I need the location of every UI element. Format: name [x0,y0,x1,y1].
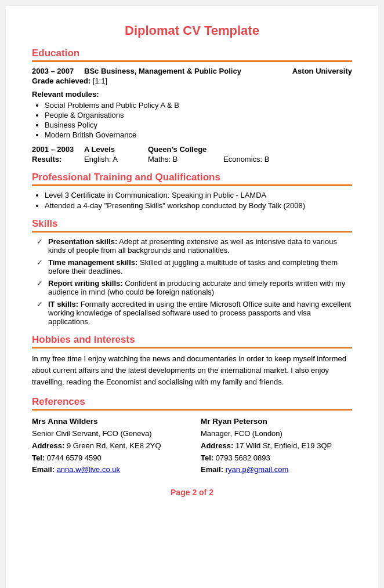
references-container: Mrs Anna Wilders Senior Civil Servant, F… [32,415,352,476]
ref1-address: Address: 9 Green Rd, Kent, KE8 2YQ [32,440,183,452]
skills-divider [32,231,352,233]
ref1-email-label: Email: [32,465,55,474]
skill-bold-1: Time management skills: [48,258,137,267]
training-section: Professional Training and Qualifications… [32,172,352,210]
ref2-address-value: 17 Wild St, Enfield, E19 3QP [233,441,332,450]
hobbies-title: Hobbies and Interests [32,334,352,346]
skill-bold-3: IT skills: [48,300,78,308]
grade-label: Grade achieved: [32,77,90,85]
ref1-address-value: 9 Green Rd, Kent, KE8 2YQ [64,441,161,450]
skill-bold-0: Presentation skills: [48,237,117,246]
edu-university-1: Aston University [282,67,352,75]
training-title: Professional Training and Qualifications [32,172,352,183]
list-item: Time management skills: Skilled at juggl… [37,258,352,275]
list-item: Presentation skills: Adept at presenting… [37,237,352,255]
economics-result: Economics: B [223,155,352,164]
ref2-name: Mr Ryan Peterson [201,415,352,428]
edu-years-1: 2003 – 2007 [32,67,84,75]
ref1-name: Mrs Anna Wilders [32,415,183,428]
grade-row: Grade achieved: [1:1] [32,77,352,85]
education-section: Education 2003 – 2007 BSc Business, Mana… [32,48,352,164]
list-item: IT skills: Formally accredited in using … [37,300,352,326]
edu-college: Queen's College [148,145,223,154]
list-item: Report writing skills: Confident in prod… [37,279,352,296]
edu-level: A Levels [84,145,148,154]
education-entry-2-row2: Results: English: A Maths: B Economics: … [32,155,352,164]
edu-placeholder [223,145,352,154]
list-item: Attended a 4-day "Presenting Skills" wor… [45,201,352,210]
ref2-address: Address: 17 Wild St, Enfield, E19 3QP [201,440,352,452]
list-item: Business Policy [45,121,352,129]
ref1-tel: Tel: 0744 6579 4590 [32,452,183,464]
page-footer: Page 2 of 2 [32,488,352,497]
edu-years-2: 2001 – 2003 [32,145,84,154]
list-item: Level 3 Certificate in Communication: Sp… [45,191,352,199]
edu-degree-1: BSc Business, Management & Public Policy [84,67,282,75]
training-list: Level 3 Certificate in Communication: Sp… [45,191,352,210]
ref2-tel-label: Tel: [201,453,213,462]
ref2-tel-value: 0793 5682 0893 [213,453,270,462]
references-section: References Mrs Anna Wilders Senior Civil… [32,396,352,476]
education-divider [32,60,352,62]
modules-list: Social Problems and Public Policy A & B … [45,101,352,139]
hobbies-section: Hobbies and Interests In my free time I … [32,334,352,388]
education-entry-2-row1: 2001 – 2003 A Levels Queen's College [32,145,352,154]
page-title: Diplomat CV Template [32,23,352,38]
grade-value: [1:1] [93,77,107,85]
ref2-email-row: Email: ryan.p@gmail.com [201,464,352,476]
ref1-address-label: Address: [32,441,64,450]
references-divider [32,409,352,411]
results-label: Results: [32,155,84,164]
references-title: References [32,396,352,408]
hobbies-text: In my free time I enjoy watching the new… [32,353,352,388]
skills-list: Presentation skills: Adept at presenting… [37,237,352,326]
skills-section: Skills Presentation skills: Adept at pre… [32,218,352,326]
ref2-role: Manager, FCO (London) [201,428,352,440]
skill-text-3: Formally accredited in using the entire … [48,300,351,326]
ref2-email-label: Email: [201,465,223,474]
cv-page: Diplomat CV Template Education 2003 – 20… [6,6,378,588]
ref1-role: Senior Civil Servant, FCO (Geneva) [32,428,183,440]
skill-bold-2: Report writing skills: [48,279,123,288]
ref2-email-link[interactable]: ryan.p@gmail.com [226,465,289,474]
ref2-tel: Tel: 0793 5682 0893 [201,452,352,464]
ref2-address-label: Address: [201,441,233,450]
reference-1: Mrs Anna Wilders Senior Civil Servant, F… [32,415,183,476]
education-entry-1: 2003 – 2007 BSc Business, Management & P… [32,67,352,75]
list-item: People & Organisations [45,111,352,119]
education-title: Education [32,48,352,59]
ref1-email-row: Email: anna.w@live.co.uk [32,464,183,476]
reference-2: Mr Ryan Peterson Manager, FCO (London) A… [201,415,352,476]
list-item: Modern British Governance [45,130,352,139]
skills-title: Skills [32,218,352,230]
english-result: English: A [84,155,148,164]
hobbies-divider [32,347,352,349]
training-divider [32,184,352,186]
modules-label: Relevant modules: [32,90,352,99]
ref1-tel-label: Tel: [32,453,45,462]
maths-result: Maths: B [148,155,223,164]
list-item: Social Problems and Public Policy A & B [45,101,352,110]
ref1-email-link[interactable]: anna.w@live.co.uk [57,465,120,474]
ref1-tel-value: 0744 6579 4590 [45,453,102,462]
